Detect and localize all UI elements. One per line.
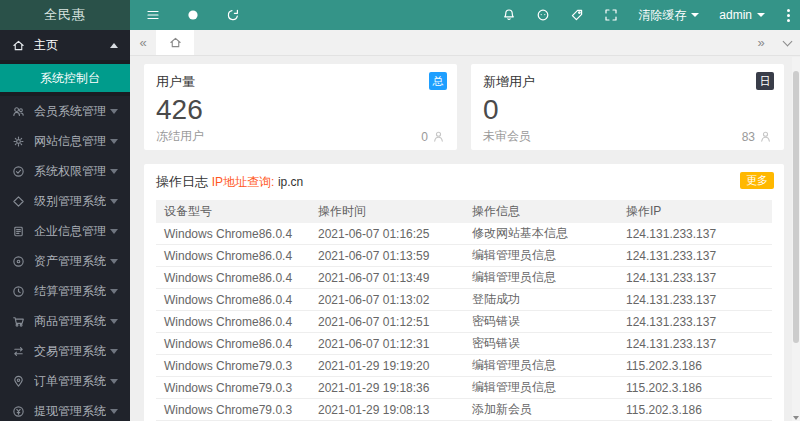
chevron-down-icon	[110, 319, 118, 324]
tabs-scroll-right-icon[interactable]: »	[748, 30, 774, 55]
cell-info: 编辑管理员信息	[464, 377, 618, 399]
cell-time: 2021-06-07 01:12:31	[310, 333, 464, 355]
more-button[interactable]: 更多	[740, 172, 774, 189]
chevron-up-icon	[110, 43, 118, 48]
vertical-scrollbar[interactable]	[792, 57, 800, 421]
users-count: 426	[156, 94, 445, 126]
col-ip: 操作IP	[618, 200, 772, 223]
tab-bar: « »	[130, 30, 800, 56]
cell-device: Windows Chrome79.0.3	[156, 377, 310, 399]
ip-query-link[interactable]: ip.cn	[278, 175, 303, 189]
tabs-menu-icon[interactable]	[774, 30, 800, 55]
panel-header: 操作日志 IP地址查询: ip.cn	[156, 173, 772, 191]
log-table-row: Windows Chrome79.0.3 2021-01-29 19:19:20…	[156, 355, 772, 377]
sidebar-item-settlement[interactable]: 结算管理系统	[0, 276, 130, 306]
sidebar-item-trades[interactable]: 交易管理系统	[0, 336, 130, 366]
diamond-icon	[12, 195, 25, 208]
operation-log-panel: 操作日志 IP地址查询: ip.cn 更多 设备型号 操作时间 操作信息 操作I…	[144, 164, 784, 421]
swap-icon	[12, 345, 25, 358]
clock-icon	[12, 285, 25, 298]
footer-value: 0	[421, 130, 428, 144]
sidebar-item-label: 网站信息管理	[34, 133, 106, 150]
chevron-down-icon	[691, 13, 699, 17]
stat-card-new-users: 新增用户 日 0 未审会员 83	[471, 64, 784, 150]
chevron-down-icon	[757, 13, 765, 17]
chevron-down-icon	[110, 109, 118, 114]
log-panel-title: 操作日志	[156, 174, 208, 189]
footer-value-group: 0	[421, 130, 445, 144]
sidebar-item-label: 商品管理系统	[34, 313, 106, 330]
sidebar-item-enterprise[interactable]: 企业信息管理	[0, 216, 130, 246]
message-icon[interactable]	[536, 8, 550, 22]
sidebar-item-goods[interactable]: 商品管理系统	[0, 306, 130, 336]
cell-time: 2021-06-07 01:12:51	[310, 311, 464, 333]
more-options-icon[interactable]	[785, 7, 792, 24]
sidebar-item-permissions[interactable]: 系统权限管理	[0, 156, 130, 186]
sidebar-item-home[interactable]: 主页	[0, 30, 130, 60]
cell-info: 登陆成功	[464, 289, 618, 311]
sidebar-item-orders[interactable]: 订单管理系统	[0, 366, 130, 396]
cell-info: 编辑管理员信息	[464, 355, 618, 377]
sidebar-item-site-info[interactable]: 网站信息管理	[0, 126, 130, 156]
footer-label: 未审会员	[483, 128, 531, 145]
sidebar-item-withdrawals[interactable]: 提现管理系统	[0, 396, 130, 421]
fullscreen-icon[interactable]	[604, 8, 618, 22]
clear-cache-dropdown[interactable]: 清除缓存	[638, 7, 699, 24]
total-badge[interactable]: 总	[429, 72, 447, 90]
ip-query-label: IP地址查询:	[212, 175, 275, 189]
theme-icon[interactable]	[186, 8, 200, 22]
cell-ip: 124.131.233.137	[618, 333, 772, 355]
main-area: 清除缓存 admin « »	[130, 0, 800, 421]
sidebar-item-members[interactable]: 会员系统管理	[0, 96, 130, 126]
sidebar-item-assets[interactable]: 资产管理系统	[0, 246, 130, 276]
chevron-down-icon	[110, 199, 118, 204]
cell-device: Windows Chrome79.0.3	[156, 355, 310, 377]
gear-icon	[12, 135, 25, 148]
navbar-left	[130, 8, 240, 22]
cell-ip: 115.202.3.186	[618, 399, 772, 421]
cell-device: Windows Chrome86.0.4	[156, 245, 310, 267]
sidebar-item-label: 订单管理系统	[34, 373, 106, 390]
sidebar-item-label: 交易管理系统	[34, 343, 106, 360]
cell-ip: 124.131.233.137	[618, 289, 772, 311]
cell-device: Windows Chrome86.0.4	[156, 333, 310, 355]
daily-badge[interactable]: 日	[756, 72, 774, 90]
chevron-down-icon	[110, 259, 118, 264]
cell-ip: 124.131.233.137	[618, 311, 772, 333]
cart-icon	[12, 315, 25, 328]
scrollbar-down-arrow-icon[interactable]	[792, 416, 800, 420]
log-table-row: Windows Chrome86.0.4 2021-06-07 01:13:59…	[156, 245, 772, 267]
cell-info: 修改网站基本信息	[464, 223, 618, 245]
tab-home[interactable]	[156, 30, 194, 55]
bell-icon[interactable]	[502, 8, 516, 22]
cell-info: 添加新会员	[464, 399, 618, 421]
sidebar-item-console[interactable]: 系统控制台	[0, 64, 130, 92]
chevron-down-icon	[110, 139, 118, 144]
cell-device: Windows Chrome86.0.4	[156, 289, 310, 311]
document-icon	[12, 225, 25, 238]
cell-ip: 124.131.233.137	[618, 245, 772, 267]
cell-time: 2021-01-29 19:08:13	[310, 399, 464, 421]
cell-ip: 115.202.3.186	[618, 355, 772, 377]
cell-ip: 115.202.3.186	[618, 377, 772, 399]
tabs-scroll-left-icon[interactable]: «	[130, 30, 156, 55]
tag-icon[interactable]	[570, 8, 584, 22]
user-dropdown[interactable]: admin	[719, 8, 765, 22]
sidebar-menu: 主页 系统控制台 会员系统管理 网站信息管理	[0, 30, 130, 421]
menu-toggle-icon[interactable]	[146, 8, 160, 22]
operation-log-table: 设备型号 操作时间 操作信息 操作IP Windows Chrome86.0.4…	[156, 200, 772, 421]
scrollbar-thumb[interactable]	[793, 71, 799, 343]
stat-card-users: 用户量 总 426 冻结用户 0	[144, 64, 457, 150]
refresh-icon[interactable]	[226, 8, 240, 22]
cell-ip: 124.131.233.137	[618, 267, 772, 289]
home-icon	[169, 36, 182, 49]
chevron-down-icon	[110, 409, 118, 414]
footer-value: 83	[742, 130, 755, 144]
log-table-row: Windows Chrome86.0.4 2021-06-07 01:16:25…	[156, 223, 772, 245]
log-table-row: Windows Chrome86.0.4 2021-06-07 01:13:02…	[156, 289, 772, 311]
sidebar-item-label: 企业信息管理	[34, 223, 106, 240]
sidebar-submenu: 系统控制台	[0, 60, 130, 96]
sidebar-item-levels[interactable]: 级别管理系统	[0, 186, 130, 216]
sidebar-item-label: 结算管理系统	[34, 283, 106, 300]
money-circle-icon	[12, 405, 25, 418]
